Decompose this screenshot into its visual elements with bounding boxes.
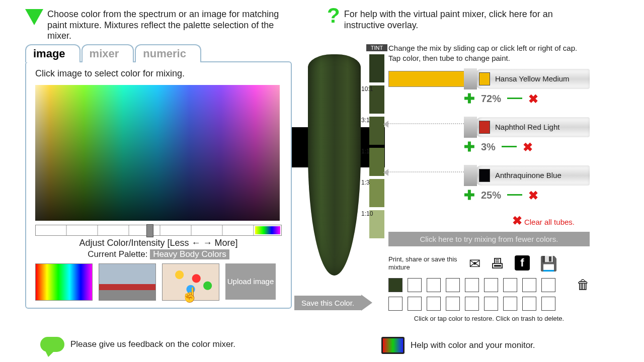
saved-swatch[interactable] (408, 278, 422, 292)
tint-ratio: 1:3 (361, 179, 370, 186)
clear-all-label: Clear all tubes. (524, 218, 575, 226)
monitor-help-link[interactable]: Help with color and your monitor. (381, 337, 535, 354)
saved-swatch[interactable] (446, 297, 460, 311)
tab-numeric[interactable]: numeric (135, 44, 201, 62)
spectrum-panel: image mixer numeric Click image to selec… (25, 44, 292, 309)
save-color-label: Save this Color. (294, 296, 361, 310)
paint-tube[interactable]: Hansa Yellow Medium (476, 69, 590, 89)
tab-image[interactable]: image (25, 44, 80, 62)
tint-scale: TINT 10:1 3:1 1:1 1:3 1:10 (366, 44, 387, 241)
color-spectrum[interactable] (35, 85, 280, 221)
clear-all-button[interactable]: ✖ Clear all tubes. (388, 214, 575, 228)
thumbnail-row: Upload image (35, 263, 282, 301)
tube-paint-icon (479, 169, 490, 182)
speech-bubble-icon (40, 337, 64, 352)
saved-swatch[interactable] (503, 278, 517, 292)
remove-button[interactable]: ✖ (528, 189, 538, 203)
intensity-slider[interactable] (35, 225, 282, 236)
tab-mixer[interactable]: mixer (82, 44, 134, 62)
saved-swatch[interactable] (503, 297, 517, 311)
print-icon[interactable]: 🖶 (491, 255, 505, 272)
share-row: Print, share or save this mixture ✉ 🖶 f … (388, 255, 590, 272)
tab-bar: image mixer numeric (25, 44, 292, 62)
increase-button[interactable]: ✚ (464, 91, 475, 107)
increase-button[interactable]: ✚ (464, 139, 475, 155)
remove-button[interactable]: ✖ (528, 92, 538, 106)
panel-instruction: Click image to select color for mixing. (35, 68, 282, 79)
tint-ratio: 10:1 (361, 85, 373, 93)
saved-swatch[interactable] (484, 297, 498, 311)
slider-swatches (255, 226, 280, 234)
remove-button[interactable]: ✖ (523, 140, 533, 154)
palette-label: Current Palette: (88, 249, 147, 259)
tint-ratio: 1:1 (361, 148, 370, 155)
mixer-instruction: Change the mix by sliding cap or click l… (388, 43, 590, 63)
tube-percent: 72% (481, 93, 501, 105)
trash-icon[interactable]: 🗑 (577, 277, 590, 293)
tube-percent: 3% (481, 141, 496, 153)
saved-swatch[interactable] (408, 297, 422, 311)
share-label: Print, share or save this mixture (388, 255, 459, 271)
arrow-down-icon (25, 9, 43, 25)
close-icon: ✖ (512, 214, 522, 227)
paint-tube[interactable]: Naphthol Red Light (476, 117, 590, 137)
tube-paint-icon (479, 72, 490, 85)
tube-cap[interactable] (464, 165, 477, 186)
saved-swatch[interactable] (465, 278, 479, 292)
mix-preview: TINT 10:1 3:1 1:1 1:3 1:10 (292, 44, 387, 281)
saved-swatch[interactable] (465, 297, 479, 311)
tube-amount-bar[interactable] (388, 71, 472, 87)
tint-swatch[interactable] (369, 148, 384, 176)
decrease-button[interactable]: — (507, 89, 522, 106)
thumb-barn[interactable] (99, 263, 156, 301)
saved-swatch[interactable] (427, 278, 441, 292)
thumb-paints[interactable] (162, 263, 219, 301)
intro-left-text: Choose color from the spectrum or an ima… (47, 9, 297, 42)
upload-image-button[interactable]: Upload image (225, 263, 276, 300)
paint-tube[interactable]: Anthraquinone Blue (476, 165, 590, 186)
feedback-link[interactable]: Please give us feedback on the color mix… (40, 337, 235, 352)
intensity-label: Adjust Color/Intensity [Less ← → More] (35, 238, 282, 248)
increase-button[interactable]: ✚ (464, 188, 475, 203)
tube-name: Hansa Yellow Medium (493, 73, 572, 85)
email-icon[interactable]: ✉ (469, 255, 480, 272)
tube-name: Anthraquinone Blue (493, 169, 564, 182)
feedback-text: Please give us feedback on the color mix… (70, 339, 235, 349)
saved-swatches: 🗑 (388, 277, 590, 311)
thumb-spectrum[interactable] (35, 263, 93, 301)
saved-swatch[interactable] (446, 278, 460, 292)
tint-ratio: 3:1 (361, 117, 370, 124)
saved-swatch[interactable] (541, 278, 555, 292)
tint-header: TINT (366, 44, 387, 51)
mixer-column: Change the mix by sliding cap or click l… (388, 43, 590, 322)
tube-percent: 25% (481, 190, 501, 201)
arrow-right-icon (361, 295, 372, 311)
tint-swatch[interactable] (369, 117, 384, 145)
fewer-colors-button[interactable]: Click here to try mixing from fewer colo… (388, 232, 590, 246)
tube-name: Naphthol Red Light (493, 121, 561, 134)
tube-cap[interactable] (464, 117, 477, 138)
facebook-icon[interactable]: f (515, 255, 530, 270)
saved-swatch[interactable] (484, 278, 498, 292)
saved-swatch[interactable] (522, 297, 536, 311)
intro-help[interactable]: ? For help with the virtual paint mixer,… (327, 9, 574, 31)
tube-row-3: Anthraquinone Blue ✚ 25% — ✖ (388, 165, 590, 212)
saved-swatch[interactable] (522, 278, 536, 292)
intro-help-text: For help with the virtual paint mixer, c… (344, 9, 574, 31)
slider-handle[interactable] (146, 224, 153, 237)
tube-cap[interactable] (464, 68, 477, 89)
decrease-button[interactable]: — (507, 186, 522, 203)
saved-swatch[interactable] (388, 278, 403, 292)
monitor-help-text: Help with color and your monitor. (411, 340, 535, 350)
decrease-button[interactable]: — (502, 137, 517, 154)
palette-name[interactable]: Heavy Body Colors (150, 249, 229, 259)
save-icon[interactable]: 💾 (540, 255, 557, 272)
tint-swatch[interactable] (369, 54, 384, 82)
saved-swatch[interactable] (541, 297, 555, 311)
question-icon: ? (327, 7, 340, 31)
swatch-hint: Click or tap color to restore. Click on … (388, 315, 590, 322)
saved-swatch[interactable] (388, 297, 403, 311)
saved-swatch[interactable] (427, 297, 441, 311)
save-color-button[interactable]: Save this Color. (294, 295, 372, 311)
tint-swatch[interactable] (369, 179, 384, 207)
